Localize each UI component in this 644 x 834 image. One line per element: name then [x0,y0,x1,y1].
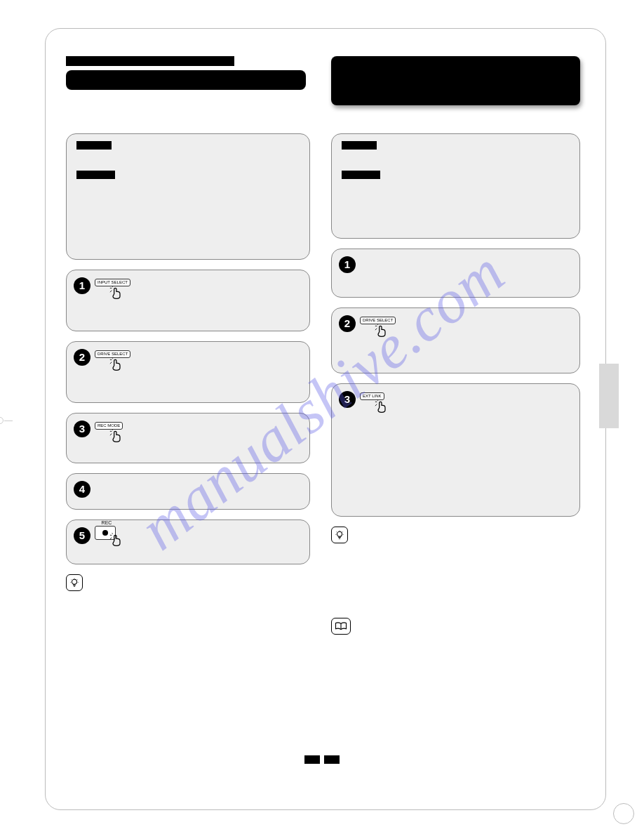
step-number-badge: 3 [339,391,356,408]
right-step-2-panel: 2 DRIVE SELECT [331,307,580,373]
binding-hole-left [0,417,4,424]
right-intro-panel [331,133,580,239]
step-number-badge: 1 [74,277,90,294]
left-intro-panel [66,133,310,260]
redacted-text [76,141,112,150]
press-hand-icon [109,533,124,547]
press-hand-icon [374,324,389,338]
footer-mark [324,755,340,764]
rec-dot-icon [102,530,108,536]
page-number-circle [613,803,634,824]
lightbulb-icon [331,527,348,543]
press-hand-icon [374,399,389,413]
right-heading-box [331,56,580,105]
redacted-text [76,171,115,179]
left-heading [66,56,310,97]
redacted-text [342,141,377,150]
footer-mark [304,755,320,764]
drive-select-button-graphic: DRIVE SELECT [360,317,399,339]
step-number-badge: 5 [74,527,90,544]
press-hand-icon [109,286,124,300]
rec-mode-button-graphic: REC MODE [95,422,134,444]
svg-point-1 [337,531,342,536]
step-number-badge: 2 [339,315,356,332]
press-hand-icon [109,357,124,371]
left-step-2-panel: 2 DRIVE SELECT [66,341,310,403]
footer-marks [304,755,340,764]
right-step-3-panel: 3 EXT LINK [331,383,580,517]
lightbulb-icon [66,574,83,591]
thumb-tab [599,364,619,428]
svg-point-0 [72,579,77,584]
rec-label: REC [95,520,119,525]
step-number-badge: 1 [339,256,356,273]
left-step-3-panel: 3 REC MODE [66,413,310,463]
open-book-icon [331,618,351,635]
redacted-text [342,171,380,179]
input-select-button-graphic: INPUT SELECT [95,279,134,301]
right-step-1-panel: 1 [331,249,580,298]
heading-small-bar [66,56,234,66]
rec-button-graphic: REC [95,526,134,548]
step-number-badge: 4 [74,481,90,498]
left-column: 1 INPUT SELECT 2 DRIVE SELECT 3 [66,133,310,594]
drive-select-button-graphic: DRIVE SELECT [95,350,134,373]
ext-link-button-graphic: EXT LINK [360,392,399,415]
heading-wide-bar [66,70,306,90]
left-step-4-panel: 4 [66,473,310,510]
step-number-badge: 2 [74,349,90,366]
left-step-1-panel: 1 INPUT SELECT [66,270,310,331]
press-hand-icon [109,429,124,443]
step-number-badge: 3 [74,421,90,437]
right-column: 1 2 DRIVE SELECT 3 EXT LINK [331,133,580,635]
left-step-5-panel: 5 REC [66,519,310,564]
